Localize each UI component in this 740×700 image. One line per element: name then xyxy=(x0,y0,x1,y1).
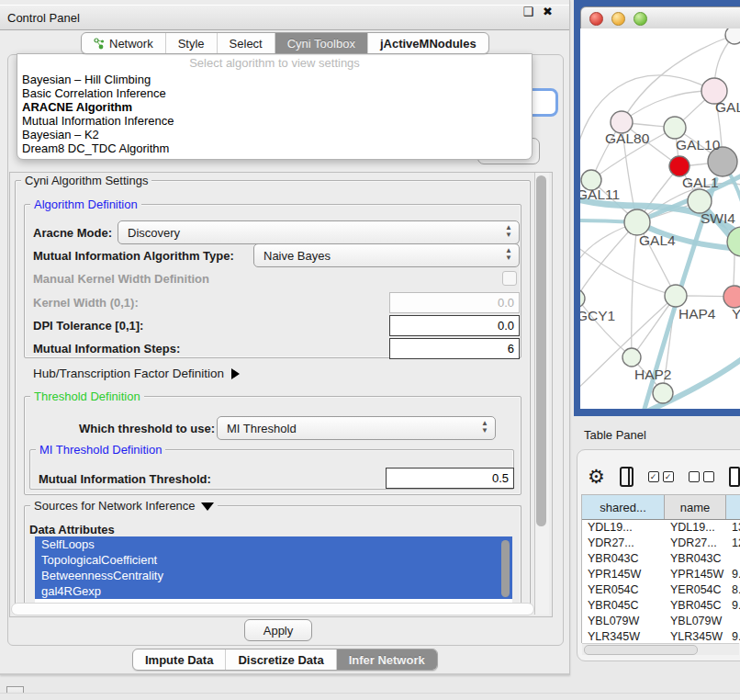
column-header[interactable]: name xyxy=(665,495,726,519)
algorithm-dropdown-list: Select algorithm to view settings Bayesi… xyxy=(17,53,533,160)
tab-impute-data[interactable]: Impute Data xyxy=(133,649,226,670)
attribute-item[interactable]: gal4RGexp xyxy=(35,583,512,599)
data-attributes-label: Data Attributes xyxy=(29,523,115,536)
table-toolbar: ⚙ ✓✓ xyxy=(588,462,740,491)
status-strip xyxy=(0,693,740,700)
table-row[interactable]: YDL19...YDL19...13 xyxy=(582,520,740,536)
node-label: GCY1 xyxy=(580,308,615,323)
tab-discretize-data[interactable]: Discretize Data xyxy=(226,649,336,670)
table-row[interactable]: YLR345WYLR345W9. xyxy=(582,629,740,643)
network-node[interactable] xyxy=(653,383,673,403)
kernel-width-label: Kernel Width (0,1): xyxy=(33,296,139,310)
screen: Control Panel ❑ ✖ NetworkStyleSelectCyni… xyxy=(0,0,740,700)
table-hscrollbar-thumb[interactable] xyxy=(584,645,698,655)
close-window-icon[interactable] xyxy=(589,12,603,26)
group-title: MI Threshold Definition xyxy=(36,443,165,457)
dropdown-item[interactable]: Dream8 DC_TDC Algorithm xyxy=(17,141,532,155)
network-node-hap4[interactable] xyxy=(665,285,687,307)
select-all-icon[interactable]: ✓✓ xyxy=(648,471,674,482)
settings-scrollbar-thumb[interactable] xyxy=(536,175,546,526)
network-node-gal1[interactable] xyxy=(669,156,690,176)
apply-button[interactable]: Apply xyxy=(244,619,312,641)
table-row[interactable]: YDR27...YDR27...12 xyxy=(582,536,740,551)
tab-style[interactable]: Style xyxy=(166,33,218,53)
table-cell: 13 xyxy=(726,520,740,536)
table-row[interactable]: YPR145WYPR145W9. xyxy=(582,567,740,582)
deselect-all-icon[interactable] xyxy=(689,471,714,482)
tab-network[interactable]: Network xyxy=(82,33,166,53)
sources-toggle[interactable]: Sources for Network Inference xyxy=(30,499,218,513)
attribute-item[interactable]: TopologicalCoefficient xyxy=(35,552,512,568)
network-node[interactable] xyxy=(725,28,740,44)
table-cell: YBR045C xyxy=(582,598,665,614)
table-panel-title: Table Panel xyxy=(584,428,646,442)
dropdown-item[interactable]: Mutual Information Inference xyxy=(17,114,532,128)
table-row[interactable]: YER054CYER054C8. xyxy=(582,582,740,598)
table-cell: YDR27... xyxy=(665,536,726,551)
aracne-mode-combobox[interactable]: Discovery ▲▼ xyxy=(118,220,520,244)
network-node-hap2[interactable] xyxy=(622,348,641,367)
node-label: GAL11 xyxy=(580,186,620,202)
top-tab-bar: NetworkStyleSelectCyni ToolboxjActiveMNo… xyxy=(81,32,489,54)
column-header[interactable]: shared... xyxy=(582,495,665,519)
table-cell: YBR043C xyxy=(582,551,665,567)
aracne-mode-label: Aracne Mode: xyxy=(33,226,112,240)
column-header[interactable]: A xyxy=(726,495,740,519)
table-cell: YBL079W xyxy=(582,614,665,629)
dropdown-item[interactable]: ARACNE Algorithm xyxy=(17,100,532,114)
gear-icon[interactable]: ⚙ xyxy=(588,468,605,486)
network-node-y[interactable] xyxy=(723,286,740,308)
hub-definition-toggle[interactable]: Hub/Transcription Factor Definition xyxy=(33,367,240,380)
tab-select[interactable]: Select xyxy=(218,33,275,53)
network-window-titlebar[interactable] xyxy=(580,6,740,30)
attributes-scrollbar-thumb[interactable] xyxy=(501,540,510,597)
table-cell: YLR345W xyxy=(582,629,665,643)
group-title: Algorithm Definition xyxy=(30,198,141,211)
dropdown-placeholder: Select algorithm to view settings xyxy=(17,54,532,73)
table-row[interactable]: YBR045CYBR045C9. xyxy=(582,598,740,614)
which-threshold-label: Which threshold to use: xyxy=(79,422,215,435)
bottom-tab-bar: Impute DataDiscretize DataInfer Network xyxy=(132,649,438,671)
node-label: GAL4 xyxy=(639,232,676,248)
settings-hscrollbar[interactable] xyxy=(11,603,534,615)
table-cell: 8. xyxy=(726,582,740,598)
which-threshold-combobox[interactable]: MI Threshold ▲▼ xyxy=(217,416,496,440)
attribute-item[interactable]: SelfLoops xyxy=(35,536,512,552)
close-panel-icon[interactable]: ✖ xyxy=(543,5,553,18)
table-cell: YPR145W xyxy=(582,567,665,582)
tab-cyni-toolbox[interactable]: Cyni Toolbox xyxy=(275,33,368,53)
network-node-gcy1[interactable] xyxy=(580,289,585,308)
mi-algorithm-type-combobox[interactable]: Naive Bayes ▲▼ xyxy=(253,243,520,267)
node-label: Y xyxy=(732,306,740,322)
mi-type-label: Mutual Information Algorithm Type: xyxy=(33,249,234,263)
table-cell: 9. xyxy=(726,567,740,582)
table-cell: 9. xyxy=(726,629,740,643)
table-row[interactable]: YBL079WYBL079W xyxy=(582,614,740,629)
mi-steps-input[interactable] xyxy=(389,338,520,359)
tab-jactivemnodules[interactable]: jActiveMNodules xyxy=(368,33,488,53)
table-cell: YDL19... xyxy=(665,520,726,536)
stepper-arrows-icon: ▲▼ xyxy=(505,224,512,239)
split-table-icon[interactable] xyxy=(620,467,633,487)
attribute-item[interactable]: BetweennessCentrality xyxy=(35,568,512,583)
table-cell: YBL079W xyxy=(665,614,726,629)
dropdown-item[interactable]: Basic Correlation Inference xyxy=(17,86,532,100)
network-edge xyxy=(632,222,637,357)
table-cell: YLR345W xyxy=(665,629,726,643)
minimize-window-icon[interactable] xyxy=(611,12,625,26)
network-node-gal4[interactable] xyxy=(624,209,650,235)
control-panel: Control Panel ❑ ✖ NetworkStyleSelectCyni… xyxy=(0,0,570,675)
network-view[interactable]: GALGAL80GAL10GAL1GAL11SWI4GAL4GCY1HAP4YH… xyxy=(580,28,740,409)
kernel-width-input xyxy=(389,292,520,313)
dropdown-item[interactable]: Bayesian – K2 xyxy=(17,128,532,141)
file-icon[interactable] xyxy=(729,467,740,487)
dropdown-item[interactable]: Bayesian – Hill Climbing xyxy=(17,73,532,86)
float-window-icon[interactable]: ❑ xyxy=(522,5,533,18)
panel-title: Control Panel xyxy=(7,11,80,25)
tab-infer-network[interactable]: Infer Network xyxy=(337,649,437,670)
network-node-gal10[interactable] xyxy=(664,117,686,139)
zoom-window-icon[interactable] xyxy=(633,12,647,26)
mi-threshold-input[interactable] xyxy=(386,468,514,489)
table-row[interactable]: YBR043CYBR043C xyxy=(582,551,740,567)
dpi-tolerance-input[interactable] xyxy=(389,315,520,336)
